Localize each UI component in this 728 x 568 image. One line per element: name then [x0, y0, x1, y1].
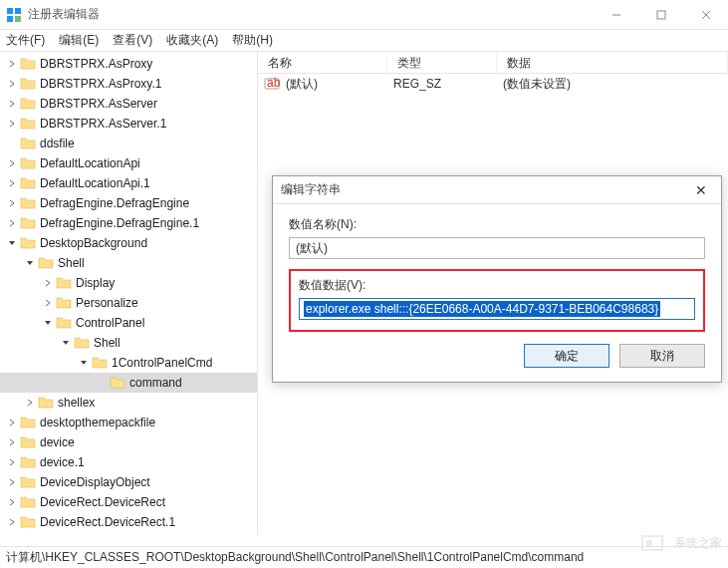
registry-tree[interactable]: DBRSTPRX.AsProxyDBRSTPRX.AsProxy.1DBRSTP…	[0, 52, 258, 535]
folder-icon	[38, 396, 54, 410]
tree-item[interactable]: Personalize	[0, 293, 257, 313]
tree-item-label: DefragEngine.DefragEngine.1	[40, 216, 199, 230]
cancel-button[interactable]: 取消	[619, 344, 705, 368]
tree-item[interactable]: desktopthemepackfile	[0, 413, 257, 432]
folder-icon	[20, 515, 36, 529]
tree-item[interactable]: device	[0, 432, 257, 452]
status-bar: 计算机\HKEY_CLASSES_ROOT\DesktopBackground\…	[0, 546, 728, 568]
expand-icon[interactable]	[6, 496, 18, 508]
collapse-icon[interactable]	[42, 317, 54, 329]
tree-item[interactable]: device.1	[0, 452, 257, 472]
expand-icon[interactable]	[6, 157, 18, 169]
tree-item-label: Personalize	[76, 296, 138, 310]
tree-item-label: command	[129, 376, 182, 390]
tree-item[interactable]: DefragEngine.DefragEngine.1	[0, 213, 257, 233]
expand-icon[interactable]	[24, 397, 36, 409]
close-button[interactable]	[683, 1, 728, 29]
collapse-icon[interactable]	[24, 257, 36, 269]
value-type: REG_SZ	[387, 77, 497, 91]
folder-icon	[92, 356, 108, 370]
menu-view[interactable]: 查看(V)	[113, 32, 152, 49]
menu-bar: 文件(F) 编辑(E) 查看(V) 收藏夹(A) 帮助(H)	[0, 30, 728, 52]
tree-item-label: ControlPanel	[76, 316, 144, 330]
tree-item[interactable]: DefaultLocationApi.1	[0, 173, 257, 193]
expand-icon[interactable]	[6, 436, 18, 448]
expand-icon[interactable]	[42, 297, 54, 309]
tree-item-label: Display	[76, 276, 115, 290]
tree-item-label: DBRSTPRX.AsServer	[40, 97, 157, 111]
tree-item-label: DefaultLocationApi	[40, 156, 140, 170]
collapse-icon[interactable]	[78, 357, 90, 369]
svg-rect-5	[657, 11, 665, 19]
svg-rect-1	[15, 8, 21, 14]
expand-icon[interactable]	[6, 516, 18, 528]
expand-icon[interactable]	[6, 78, 18, 90]
ok-button[interactable]: 确定	[524, 344, 609, 368]
minimize-button[interactable]	[594, 1, 638, 29]
expand-icon[interactable]	[6, 417, 18, 428]
folder-icon	[20, 156, 36, 170]
dialog-close-button[interactable]: ✕	[689, 182, 713, 198]
col-data[interactable]: 数据	[497, 52, 728, 73]
tree-item-label: Shell	[94, 336, 121, 350]
expand-icon[interactable]	[6, 476, 18, 488]
tree-item[interactable]: DeviceRect.DeviceRect	[0, 492, 257, 512]
tree-item[interactable]: DefaultLocationApi	[0, 153, 257, 173]
folder-icon	[56, 316, 72, 330]
folder-icon	[20, 416, 36, 429]
collapse-icon[interactable]	[6, 237, 18, 249]
tree-item[interactable]: Shell	[0, 333, 257, 353]
tree-item[interactable]: ControlPanel	[0, 313, 257, 333]
expand-icon[interactable]	[6, 197, 18, 209]
value-data: (数值未设置)	[497, 76, 728, 93]
tree-item[interactable]: DeviceRect.DeviceRect.1	[0, 512, 257, 532]
expand-icon[interactable]	[6, 98, 18, 110]
tree-item[interactable]: ddsfile	[0, 134, 257, 153]
col-name[interactable]: 名称	[258, 52, 387, 73]
menu-help[interactable]: 帮助(H)	[232, 32, 273, 49]
folder-icon	[20, 236, 36, 250]
tree-item[interactable]: DBRSTPRX.AsServer	[0, 94, 257, 114]
values-header: 名称 类型 数据	[258, 52, 728, 74]
expand-icon[interactable]	[6, 456, 18, 468]
tree-item[interactable]: command	[0, 373, 257, 393]
no-expand-icon	[96, 377, 108, 389]
tree-item[interactable]: DeviceDisplayObject	[0, 472, 257, 492]
value-row[interactable]: ab (默认) REG_SZ (数值未设置)	[258, 74, 728, 94]
expand-icon[interactable]	[6, 217, 18, 229]
tree-item-label: DeviceRect.DeviceRect	[40, 495, 165, 509]
tree-item[interactable]: Display	[0, 273, 257, 293]
expand-icon[interactable]	[42, 277, 54, 289]
expand-icon[interactable]	[6, 118, 18, 130]
tree-item-label: desktopthemepackfile	[40, 416, 155, 429]
tree-item[interactable]: DesktopBackground	[0, 233, 257, 253]
menu-favorites[interactable]: 收藏夹(A)	[166, 32, 218, 49]
tree-item[interactable]: 1ControlPanelCmd	[0, 353, 257, 373]
folder-icon	[110, 376, 125, 390]
tree-item[interactable]: shellex	[0, 393, 257, 413]
value-data-input[interactable]: explorer.exe shell:::{26EE0668-A00A-44D7…	[299, 298, 695, 320]
tree-item[interactable]: DefragEngine.DefragEngine	[0, 193, 257, 213]
value-name: (默认)	[280, 76, 387, 93]
expand-icon[interactable]	[6, 58, 18, 70]
status-path: 计算机\HKEY_CLASSES_ROOT\DesktopBackground\…	[6, 549, 584, 566]
tree-item-label: 1ControlPanelCmd	[112, 356, 212, 370]
value-name-input[interactable]	[289, 237, 705, 259]
collapse-icon[interactable]	[60, 337, 72, 349]
folder-icon	[20, 475, 36, 489]
edit-string-dialog: 编辑字符串 ✕ 数值名称(N): 数值数据(V): explorer.exe s…	[272, 175, 722, 383]
col-type[interactable]: 类型	[387, 52, 497, 73]
folder-icon	[20, 57, 36, 71]
expand-icon[interactable]	[6, 177, 18, 189]
tree-item-label: DBRSTPRX.AsServer.1	[40, 117, 166, 131]
menu-edit[interactable]: 编辑(E)	[59, 32, 99, 49]
tree-item[interactable]: DBRSTPRX.AsServer.1	[0, 114, 257, 134]
tree-item[interactable]: DBRSTPRX.AsProxy.1	[0, 74, 257, 94]
tree-item[interactable]: Shell	[0, 253, 257, 273]
app-icon	[6, 7, 22, 23]
highlighted-section: 数值数据(V): explorer.exe shell:::{26EE0668-…	[289, 269, 705, 332]
maximize-button[interactable]	[638, 1, 683, 29]
menu-file[interactable]: 文件(F)	[6, 32, 45, 49]
folder-icon	[74, 336, 90, 350]
tree-item[interactable]: DBRSTPRX.AsProxy	[0, 54, 257, 74]
